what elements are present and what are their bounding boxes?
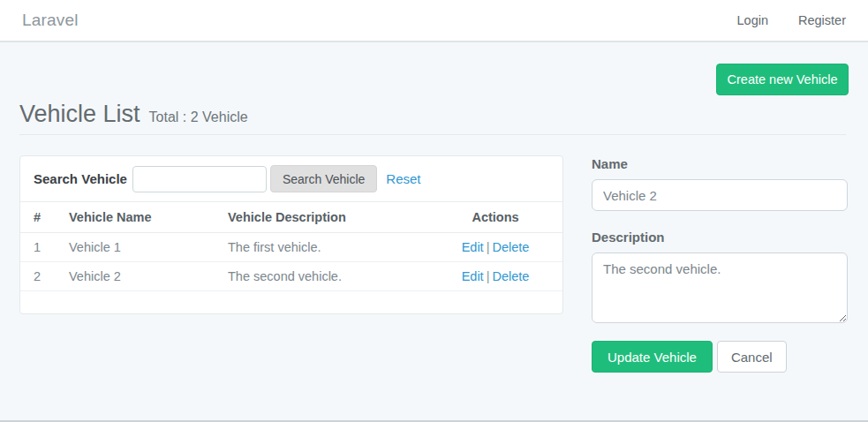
description-label: Description	[592, 230, 848, 245]
row-num: 2	[20, 262, 56, 291]
nav-link-login[interactable]: Login	[737, 13, 768, 27]
action-separator: |	[487, 269, 490, 283]
page-heading: Vehicle List Total : 2 Vehicle	[19, 101, 248, 128]
action-separator: |	[487, 240, 490, 254]
row-vehicle-description: The first vehicle.	[215, 233, 428, 262]
vehicle-edit-form: Name Description The second vehicle. Upd…	[592, 156, 848, 373]
page: Laravel Login Register Create new Vehicl…	[0, 0, 868, 422]
page-title: Vehicle List	[19, 101, 140, 128]
vehicle-list-card: Search Vehicle Search Vehicle Reset # Ve…	[19, 155, 563, 314]
vehicle-table: # Vehicle Name Vehicle Description Actio…	[20, 201, 562, 291]
row-num: 1	[20, 233, 56, 262]
search-input[interactable]	[132, 166, 267, 192]
delete-link[interactable]: Delete	[492, 269, 529, 283]
name-field[interactable]	[592, 179, 848, 211]
heading-divider	[19, 134, 846, 135]
create-vehicle-button[interactable]: Create new Vehicle	[716, 64, 849, 95]
description-field[interactable]: The second vehicle.	[592, 252, 848, 323]
table-header-row: # Vehicle Name Vehicle Description Actio…	[20, 202, 562, 233]
update-vehicle-button[interactable]: Update Vehicle	[592, 341, 713, 373]
navbar: Laravel Login Register	[0, 0, 868, 42]
total-count-label: Total : 2 Vehicle	[149, 109, 248, 125]
edit-link[interactable]: Edit	[462, 240, 484, 254]
search-button[interactable]: Search Vehicle	[270, 165, 377, 192]
row-actions: Edit|Delete	[428, 262, 562, 291]
cancel-button[interactable]: Cancel	[717, 341, 787, 373]
table-row: 1 Vehicle 1 The first vehicle. Edit|Dele…	[20, 233, 562, 262]
header-num: #	[20, 202, 56, 233]
search-label: Search Vehicle	[34, 171, 127, 186]
delete-link[interactable]: Delete	[492, 240, 529, 254]
header-vehicle-name: Vehicle Name	[56, 202, 215, 233]
row-vehicle-name: Vehicle 2	[56, 262, 215, 291]
row-vehicle-name: Vehicle 1	[56, 233, 215, 262]
header-actions: Actions	[428, 202, 562, 233]
reset-link[interactable]: Reset	[386, 171, 420, 186]
edit-link[interactable]: Edit	[462, 269, 484, 283]
row-actions: Edit|Delete	[428, 233, 562, 262]
brand-logo[interactable]: Laravel	[22, 11, 79, 30]
form-buttons: Update Vehicle Cancel	[592, 341, 848, 373]
search-bar: Search Vehicle Search Vehicle Reset	[20, 156, 562, 201]
navbar-links: Login Register	[737, 13, 846, 27]
header-vehicle-description: Vehicle Description	[215, 202, 428, 233]
name-label: Name	[592, 156, 848, 171]
nav-link-register[interactable]: Register	[798, 13, 846, 27]
row-vehicle-description: The second vehicle.	[215, 262, 428, 291]
table-row: 2 Vehicle 2 The second vehicle. Edit|Del…	[20, 262, 562, 291]
